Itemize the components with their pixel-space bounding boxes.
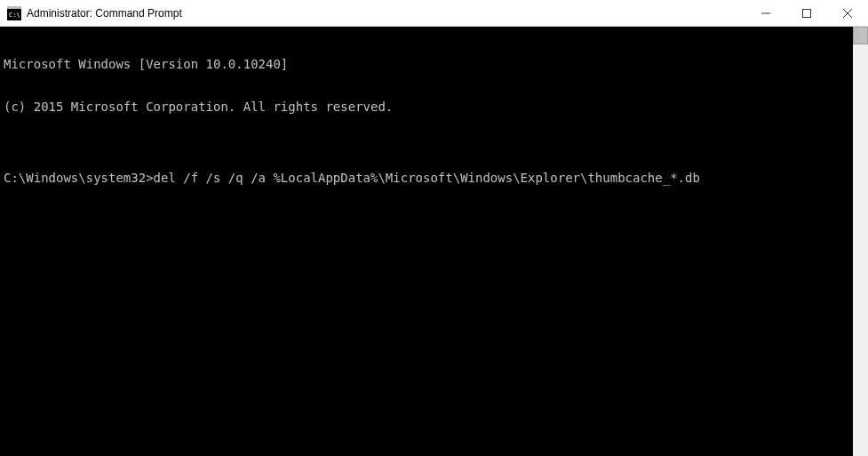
console-area: Microsoft Windows [Version 10.0.10240] (… [0,27,868,456]
titlebar[interactable]: C:\ Administrator: Command Prompt [0,0,868,27]
console-line: Microsoft Windows [Version 10.0.10240] [4,57,849,71]
svg-rect-1 [7,6,21,9]
svg-rect-4 [803,9,811,17]
command-input[interactable]: del /f /s /q /a %LocalAppData%\Microsoft… [154,171,700,185]
maximize-button[interactable] [786,0,827,26]
cmd-icon: C:\ [7,6,21,20]
vertical-scrollbar[interactable] [853,27,868,456]
minimize-button[interactable] [745,0,786,26]
prompt-line: C:\Windows\system32>del /f /s /q /a %Loc… [4,171,849,185]
console-output[interactable]: Microsoft Windows [Version 10.0.10240] (… [0,27,853,456]
svg-text:C:\: C:\ [9,12,20,19]
scrollbar-thumb[interactable] [853,27,868,44]
window-controls [745,0,868,26]
console-line: (c) 2015 Microsoft Corporation. All righ… [4,100,849,114]
window-title: Administrator: Command Prompt [27,7,745,20]
close-button[interactable] [827,0,868,26]
prompt-prefix: C:\Windows\system32> [4,171,154,185]
